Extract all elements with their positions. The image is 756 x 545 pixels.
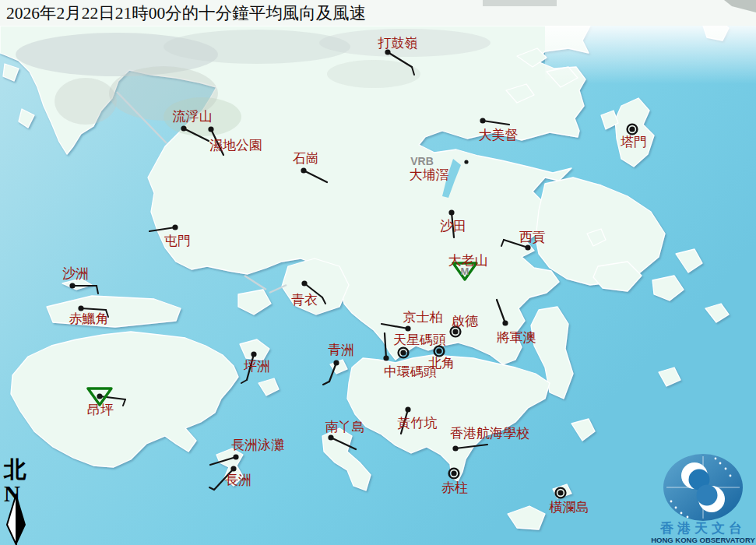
wind-map-page: 2026年2月22日21時00分的十分鐘平均風向及風速 打鼓嶺流浮山濕地公園石崗…: [0, 0, 756, 545]
station-dot: [451, 470, 456, 476]
station-dot: [181, 125, 186, 131]
station-dot: [480, 118, 485, 123]
station-label: 青洲: [328, 343, 354, 357]
station-dot: [208, 126, 213, 132]
page-title: 2026年2月22日21時00分的十分鐘平均風向及風速: [6, 4, 366, 23]
station-label: 黃竹坑: [398, 416, 438, 431]
station-label: 屯門: [164, 234, 191, 248]
station-dot: [557, 490, 563, 495]
station-label: 沙洲: [62, 266, 89, 281]
station-dot: [502, 320, 508, 325]
station-dot: [230, 466, 236, 471]
station-dot: [233, 454, 238, 459]
station-dot: [301, 280, 307, 286]
station-dot: [172, 224, 178, 230]
station-label: 打鼓嶺: [378, 36, 418, 51]
station-dot: [97, 393, 102, 399]
station-label: 將軍澳: [497, 330, 536, 345]
station-label: 天星碼頭: [393, 332, 446, 347]
station-dot: [69, 283, 75, 288]
station-label: 香港航海學校: [450, 426, 529, 441]
station-dot: [301, 167, 306, 173]
station-label: 橫瀾島: [550, 500, 589, 515]
station-dot: [452, 445, 458, 451]
station-label: 石崗: [293, 151, 319, 166]
station-label: 坪洲: [244, 359, 270, 374]
station-dot: [452, 329, 458, 334]
station-label: 沙田: [440, 219, 466, 234]
vrb-label: VRB: [410, 155, 434, 167]
station-label: 青衣: [291, 293, 318, 308]
station-dot: [448, 209, 454, 215]
station-dot: [436, 348, 441, 353]
station-dot: [383, 355, 389, 360]
station-dot: [629, 126, 635, 132]
hko-logo-cn-text: 香港天文台: [659, 521, 746, 536]
station-label: 長洲: [225, 473, 251, 487]
station-dot: [405, 325, 410, 331]
station-label: 大老山: [448, 253, 488, 268]
station-label: 京士柏: [403, 310, 443, 325]
station-label: 大美督: [479, 128, 519, 142]
station-label: 啟德: [452, 314, 479, 329]
station-label: 大埔滘: [410, 167, 449, 182]
hko-logo-en-text: HONG KONG OBSERVATORY: [651, 536, 755, 544]
station-label: 昂坪: [87, 403, 114, 417]
compass-north-hanzi: 北: [3, 457, 26, 482]
station-label: 西貢: [519, 230, 546, 244]
station-dot: [328, 434, 333, 440]
station-dot: [525, 244, 530, 250]
station-dot: [405, 406, 410, 412]
station-dot: [464, 160, 468, 164]
station-label: 塔門: [620, 135, 647, 149]
station-label: 南丫島: [325, 420, 365, 434]
top-haze: [545, 26, 756, 84]
station-label: 中環碼頭: [384, 364, 437, 379]
map-canvas: 2026年2月22日21時00分的十分鐘平均風向及風速 打鼓嶺流浮山濕地公園石崗…: [0, 0, 756, 545]
top-smudge: [483, 0, 557, 6]
station-dot: [251, 351, 256, 357]
station-dot: [400, 350, 406, 355]
station-label: 赤柱: [441, 480, 468, 495]
station-label: 赤鱲角: [69, 311, 109, 326]
station-label: 流浮山: [173, 109, 213, 124]
station-dot: [333, 360, 339, 365]
station-label: 長洲泳灘: [231, 438, 284, 452]
station-label: 濕地公園: [209, 138, 262, 153]
